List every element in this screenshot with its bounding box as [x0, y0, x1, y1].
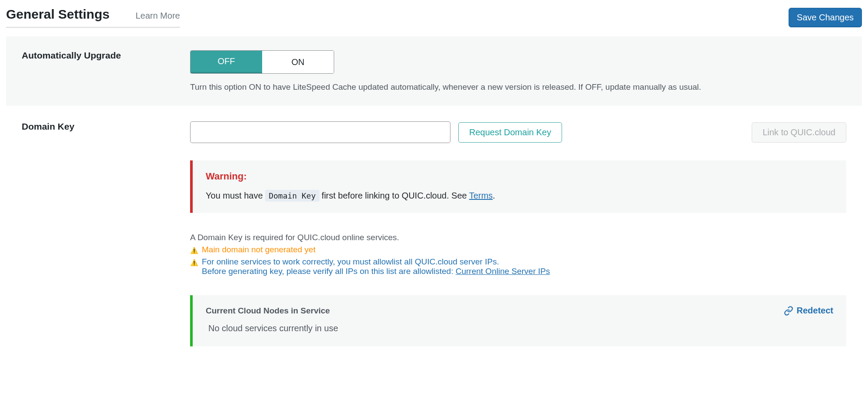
- toggle-off-button[interactable]: OFF: [191, 51, 262, 73]
- learn-more-link[interactable]: Learn More: [135, 11, 180, 21]
- domain-key-input[interactable]: [190, 121, 450, 143]
- domain-key-section: Domain Key Request Domain Key Link to QU…: [6, 106, 862, 351]
- warning-text-pre: You must have: [206, 191, 265, 200]
- info-main-domain: ⚠️ Main domain not generated yet: [190, 245, 846, 254]
- terms-link[interactable]: Terms: [469, 191, 493, 200]
- save-changes-button[interactable]: Save Changes: [789, 8, 862, 27]
- link-icon: [784, 306, 793, 316]
- redetect-label: Redetect: [797, 306, 833, 316]
- page-title-wrap: General Settings Learn More: [6, 7, 180, 28]
- warning-text-mid: first before linking to QUIC.cloud. See: [319, 191, 469, 200]
- page-title: General Settings: [6, 7, 109, 22]
- warning-box: Warning: You must have Domain Key first …: [190, 160, 846, 213]
- warning-body: You must have Domain Key first before li…: [206, 191, 833, 201]
- redetect-button[interactable]: Redetect: [784, 306, 833, 316]
- warning-icon: ⚠️: [190, 247, 198, 254]
- auto-upgrade-section: Automatically Upgrade OFF ON Turn this o…: [6, 36, 862, 106]
- domain-key-info: A Domain Key is required for QUIC.cloud …: [190, 233, 846, 276]
- info-before-text: Before generating key, please verify all…: [202, 267, 456, 276]
- warning-title: Warning:: [206, 171, 833, 182]
- warning-text-post: .: [493, 191, 495, 200]
- toggle-on-button[interactable]: ON: [262, 51, 334, 73]
- current-ips-link[interactable]: Current Online Server IPs: [456, 267, 550, 276]
- info-main-domain-text: Main domain not generated yet: [202, 245, 316, 254]
- info-required: A Domain Key is required for QUIC.cloud …: [190, 233, 846, 242]
- cloud-nodes-box: Current Cloud Nodes in Service Redetect …: [190, 295, 846, 346]
- cloud-nodes-empty: No cloud services currently in use: [206, 323, 833, 333]
- domain-key-label: Domain Key: [22, 121, 74, 131]
- cloud-nodes-title: Current Cloud Nodes in Service: [206, 306, 330, 316]
- warning-icon: ⚠️: [190, 259, 198, 267]
- request-domain-key-button[interactable]: Request Domain Key: [458, 122, 562, 143]
- auto-upgrade-label: Automatically Upgrade: [22, 50, 121, 60]
- info-allowlist-text: For online services to work correctly, y…: [202, 257, 550, 267]
- auto-upgrade-description: Turn this option ON to have LiteSpeed Ca…: [190, 82, 846, 92]
- link-quic-cloud-button[interactable]: Link to QUIC.cloud: [752, 122, 846, 143]
- info-allowlist: ⚠️ For online services to work correctly…: [190, 257, 846, 276]
- page-header: General Settings Learn More Save Changes: [0, 0, 868, 36]
- warning-code-chip: Domain Key: [265, 190, 319, 202]
- auto-upgrade-toggle: OFF ON: [190, 50, 334, 74]
